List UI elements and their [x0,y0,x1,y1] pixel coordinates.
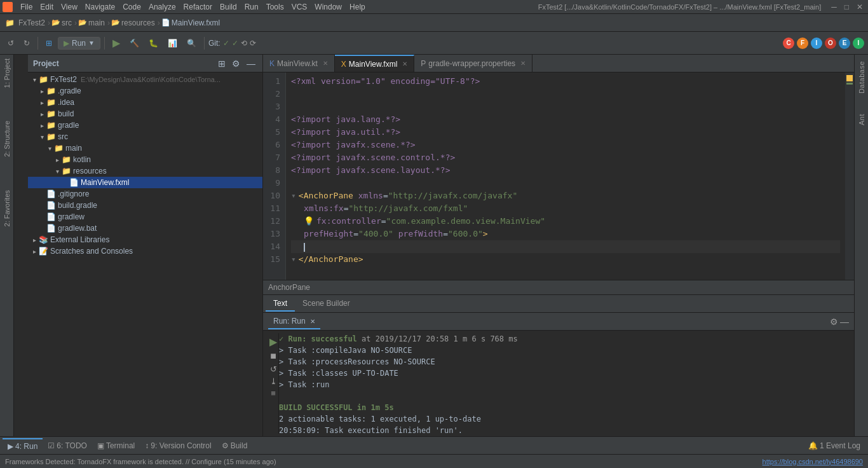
minimize-btn[interactable]: ─ [829,3,839,11]
tree-item-resources[interactable]: ▾ 📁 resources [28,165,262,177]
menu-vcs[interactable]: VCS [288,1,311,13]
bottom-tab-run[interactable]: ▶ 4: Run [3,438,43,453]
right-panel-tabs: Database Ant [854,55,868,436]
run-scroll-btn[interactable]: ≡ [269,389,277,398]
status-link[interactable]: https://blog.csdn.net/ly46498690 [763,458,863,465]
run-scroll-end-btn[interactable]: ⤓ [269,376,277,386]
tab-gradle-wrapper-props[interactable]: P gradle-wrapper.properties ✕ [414,55,532,72]
panel-settings-btn[interactable]: ⚙ [230,58,242,69]
breadcrumb-main-icon: 📂 [78,18,87,27]
breadcrumb-main[interactable]: main [88,18,105,27]
tree-item-gradlew[interactable]: 📄 gradlew [28,211,262,223]
run-panel-close-btn[interactable]: — [840,317,849,327]
project-vtab[interactable]: 1: Project [1,55,13,92]
run-tab[interactable]: Run: Run ✕ [268,314,320,329]
ie-icon[interactable]: I [811,38,822,49]
menu-file[interactable]: File [17,1,36,13]
tab-text[interactable]: Text [266,296,295,312]
tree-item-main[interactable]: ▾ 📁 main [28,142,262,154]
search-everywhere-btn[interactable]: 🔍 [183,35,200,52]
tree-item-kotlin[interactable]: ▸ 📁 kotlin [28,154,262,165]
menu-code[interactable]: Code [119,1,145,13]
tree-item-mainview[interactable]: 📄 MainView.fxml [28,177,262,188]
menu-navigate[interactable]: Navigate [81,1,119,13]
vcs-tab-label: 9: Version Control [151,441,211,450]
menu-tools[interactable]: Tools [262,1,288,13]
tab-close-props[interactable]: ✕ [520,60,526,67]
menu-view[interactable]: View [57,1,81,13]
todo-tab-label: 6: TODO [57,441,87,450]
tree-item-build-folder[interactable]: ▸ 📁 build [28,108,262,120]
run-stop-btn[interactable]: ■ [269,350,277,362]
tab-mainview-kt[interactable]: K MainView.kt ✕ [263,55,335,72]
menu-build[interactable]: Build [216,1,241,13]
run-button-group[interactable]: ▶ Run ▼ [58,37,100,50]
favorites-vtab[interactable]: 2: Favorites [1,186,13,230]
tree-item-build-gradle[interactable]: 📄 build.gradle [28,200,262,211]
code-content[interactable]: <?xml version="1.0" encoding="UTF-8"?> <… [286,72,845,280]
tree-label-gradle-folder: gradle [58,121,79,130]
status-bar: Frameworks Detected: TornadoFX framework… [0,454,868,468]
tree-item-gradlew-bat[interactable]: 📄 gradlew.bat [28,223,262,234]
database-vtab[interactable]: Database [856,57,867,97]
run-tab-close[interactable]: ✕ [310,318,315,325]
debug-icon: 🐛 [149,39,158,48]
menu-help[interactable]: Help [346,1,369,13]
tree-item-gitignore[interactable]: 📄 .gitignore [28,188,262,200]
firefox-icon[interactable]: F [797,38,808,49]
ant-vtab[interactable]: Ant [856,110,867,129]
run-btn[interactable]: ▶ [109,35,124,52]
structure-vtab[interactable]: 2: Structure [1,117,13,161]
tab-scene-builder[interactable]: Scene Builder [295,296,358,312]
tree-item-gradle-hidden[interactable]: ▸ 📁 .gradle [28,85,262,97]
tree-item-external-libs[interactable]: ▸ 📚 External Libraries [28,234,262,245]
debug-btn[interactable]: 🐛 [145,35,162,52]
tree-item-gradle-folder[interactable]: ▸ 📁 gradle [28,120,262,131]
tree-item-scratches[interactable]: ▸ 📝 Scratches and Consoles [28,245,262,257]
toolbar-sep-1 [37,37,38,50]
breadcrumb-src[interactable]: src [62,18,72,27]
bottom-tab-vcs[interactable]: ↕ 9: Version Control [140,439,216,453]
git-check-icon: ✓ [223,39,229,48]
breadcrumb-fxtest2[interactable]: FxTest2 [18,18,45,27]
tree-item-idea[interactable]: ▸ 📁 .idea [28,97,262,108]
file-icon-mainview: 📄 [69,177,79,188]
bottom-tab-todo[interactable]: ☑ 6: TODO [43,439,92,453]
edge-icon[interactable]: E [839,38,850,49]
run-panel-settings-btn[interactable]: ⚙ [830,317,838,327]
panel-add-btn[interactable]: ⊞ [216,58,227,69]
ie2-icon[interactable]: I [853,38,864,49]
menu-run[interactable]: Run [241,1,262,13]
coverage-btn[interactable]: 📊 [164,35,181,52]
menu-edit[interactable]: Edit [36,1,57,13]
run-play-action-btn[interactable]: ▶ [269,336,277,348]
chrome-icon[interactable]: C [783,38,794,49]
add-config-btn[interactable]: ⊞ [42,35,56,52]
run-panel-actions: ⚙ — [830,317,849,327]
tree-label-src: src [58,132,68,141]
menu-refactor[interactable]: Refactor [180,1,216,13]
opera-icon[interactable]: O [825,38,836,49]
undo-btn[interactable]: ↺ [4,35,18,52]
bottom-tab-event-log[interactable]: 🔔 1 Event Log [803,439,865,453]
tab-close-fxml[interactable]: ✕ [402,60,407,67]
tree-item-src[interactable]: ▾ 📁 src [28,131,262,142]
redo-btn[interactable]: ↻ [20,35,34,52]
build-btn[interactable]: 🔨 [126,35,143,52]
close-btn[interactable]: ✕ [854,3,865,11]
tree-label-gradlew: gradlew [58,212,85,221]
tree-label-build-gradle: build.gradle [58,201,97,210]
breadcrumb-resources[interactable]: resources [121,18,155,27]
tree-item-fxtest2[interactable]: ▾ 📁 FxTest2 E:\MyDesign\Java&Kotlin\Kotl… [28,74,262,85]
breadcrumb-mainview[interactable]: MainView.fxml [172,18,220,27]
maximize-btn[interactable]: □ [842,3,851,11]
bottom-tab-terminal[interactable]: ▣ Terminal [92,439,140,453]
tree-arrow-fxtest2: ▾ [31,76,38,83]
bottom-tab-build[interactable]: ⚙ Build [217,439,253,453]
menu-window[interactable]: Window [311,1,346,13]
tab-mainview-fxml[interactable]: X MainView.fxml ✕ [335,55,415,72]
tab-close-kt[interactable]: ✕ [323,60,328,67]
menu-analyze[interactable]: Analyze [145,1,180,13]
panel-close-btn[interactable]: — [245,58,257,69]
run-rerun-btn[interactable]: ↺ [269,364,277,374]
